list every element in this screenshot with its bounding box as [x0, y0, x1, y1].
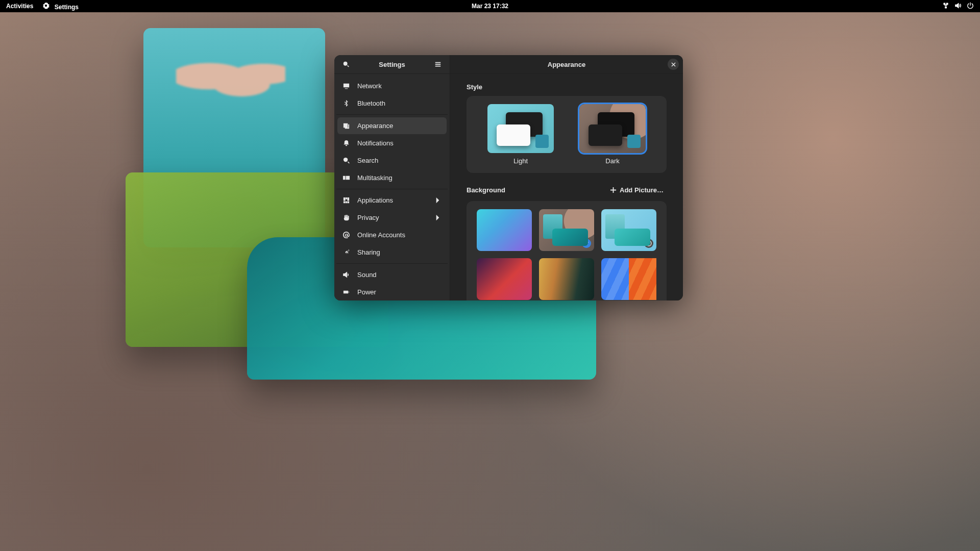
sidebar-header: Settings [334, 55, 450, 74]
sidebar-item-appearance[interactable]: Appearance [337, 117, 447, 134]
sidebar-item-bluetooth[interactable]: Bluetooth [337, 95, 447, 112]
display-icon [342, 82, 350, 90]
background-option[interactable] [539, 209, 594, 251]
background-option[interactable] [539, 258, 594, 300]
sidebar-item-label: Search [357, 157, 378, 164]
chevron-right-icon [434, 196, 442, 204]
style-card: Light Dark [467, 96, 667, 173]
hand-icon [342, 214, 350, 221]
sidebar-item-label: Applications [357, 196, 393, 204]
shell-top-bar: Activities Settings Mar 23 17:32 [0, 0, 743, 12]
sidebar-item-sharing[interactable]: Sharing [337, 244, 447, 261]
sidebar-item-privacy[interactable]: Privacy [337, 209, 447, 226]
variant-badge [644, 239, 653, 248]
gear-icon [42, 2, 50, 9]
sidebar-item-sound[interactable]: Sound [337, 266, 447, 283]
sidebar-item-power[interactable]: Power [337, 284, 447, 300]
settings-content: Appearance Style Light [450, 55, 683, 300]
background-option[interactable] [601, 258, 656, 300]
search-icon [342, 61, 350, 68]
style-label: Light [513, 157, 528, 165]
sidebar-item-notifications[interactable]: Notifications [337, 135, 447, 152]
grid-icon [342, 196, 350, 204]
sidebar-item-search[interactable]: Search [337, 152, 447, 169]
sidebar-item-online-accounts[interactable]: Online Accounts [337, 227, 447, 243]
clock[interactable]: Mar 23 17:32 [472, 3, 508, 10]
chevron-right-icon [434, 214, 442, 221]
sidebar-separator [336, 189, 448, 189]
sidebar-item-applications[interactable]: Applications [337, 192, 447, 209]
sidebar-separator [336, 114, 448, 115]
search-button[interactable] [339, 58, 353, 71]
close-button[interactable] [668, 59, 679, 70]
current-app-label: Settings [55, 4, 79, 11]
sidebar-item-label: Power [357, 288, 376, 296]
sidebar-separator [336, 263, 448, 264]
bluetooth-icon [342, 99, 350, 107]
add-picture-button[interactable]: Add Picture… [607, 184, 667, 196]
check-icon [584, 241, 589, 246]
sidebar-item-label: Appearance [357, 122, 393, 130]
speaker-icon [342, 271, 350, 279]
sidebar-item-label: Multitasking [357, 174, 393, 182]
sidebar-item-label: Sharing [357, 248, 380, 256]
style-label: Dark [605, 157, 619, 165]
hamburger-icon [434, 61, 442, 68]
background-option[interactable] [477, 258, 532, 300]
at-icon [342, 231, 350, 239]
background-heading: Background [467, 186, 505, 194]
sidebar-item-network[interactable]: Network [337, 78, 447, 94]
style-option-dark[interactable]: Dark [579, 104, 646, 165]
sidebar-item-label: Network [357, 82, 382, 90]
settings-window: Settings Network Bluetooth Appearance N [334, 55, 683, 300]
background-option[interactable] [601, 209, 656, 251]
sidebar-item-label: Sound [357, 271, 377, 279]
style-heading: Style [467, 83, 667, 91]
current-app-indicator[interactable]: Settings [42, 2, 79, 11]
style-thumb-dark [579, 104, 646, 153]
appearance-icon [342, 122, 350, 130]
sidebar-item-label: Notifications [357, 139, 394, 147]
style-thumb-light [487, 104, 554, 153]
sidebar-list: Network Bluetooth Appearance Notificatio… [334, 74, 450, 300]
content-body: Style Light Dark [450, 74, 683, 300]
selected-badge [582, 239, 591, 248]
close-icon [671, 62, 676, 67]
background-card [467, 201, 667, 300]
sidebar-item-label: Privacy [357, 214, 379, 221]
sidebar-title: Settings [379, 61, 405, 68]
search-icon [342, 157, 350, 164]
content-header: Appearance [450, 55, 683, 74]
sidebar-item-label: Bluetooth [357, 99, 385, 107]
share-icon [342, 248, 350, 256]
background-option[interactable] [477, 209, 532, 251]
bell-icon [342, 139, 350, 147]
activities-button[interactable]: Activities [6, 3, 33, 10]
battery-icon [342, 288, 350, 296]
primary-menu-button[interactable] [431, 58, 445, 71]
sidebar-item-label: Online Accounts [357, 231, 405, 239]
sidebar-item-multitasking[interactable]: Multitasking [337, 169, 447, 186]
multitasking-icon [342, 174, 350, 182]
plus-icon [610, 187, 617, 193]
settings-sidebar: Settings Network Bluetooth Appearance N [334, 55, 450, 300]
style-option-light[interactable]: Light [487, 104, 554, 165]
content-title: Appearance [548, 61, 585, 68]
add-picture-label: Add Picture… [620, 186, 664, 194]
